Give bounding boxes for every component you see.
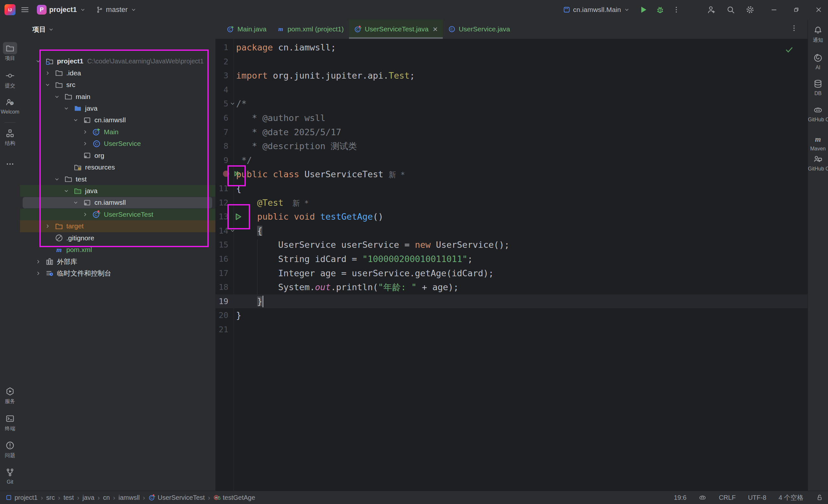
sidebar-item-服务[interactable]: 服务	[0, 385, 20, 405]
chevron-right-icon[interactable]	[82, 129, 92, 135]
breadcrumb-iamwsll[interactable]: iamwsll	[118, 494, 140, 501]
code-line-16[interactable]: 16 String idCard = "100000200010011011";	[215, 252, 808, 266]
code-line-20[interactable]: 20}	[215, 308, 808, 323]
tree-row-外部库[interactable]: 外部库	[20, 256, 215, 267]
code-line-12[interactable]: 12 @Test 新 *	[215, 196, 808, 210]
code-line-13[interactable]: 13 public void testGetAge()	[215, 210, 808, 224]
chevron-right-icon[interactable]	[82, 140, 92, 147]
tree-row-临时文件和控制台[interactable]: 临时文件和控制台	[20, 267, 215, 279]
tree-row-cn.iamwsll[interactable]: cn.iamwsll	[20, 114, 215, 126]
sidebar-item-DB[interactable]: DB	[808, 78, 828, 96]
chevron-right-icon[interactable]	[82, 211, 92, 218]
project-panel-header[interactable]: 项目	[20, 19, 54, 39]
status-4-个空格[interactable]: 4 个空格	[779, 493, 803, 502]
minimize-button[interactable]	[770, 5, 778, 14]
chevron-down-icon[interactable]	[63, 187, 73, 194]
sidebar-item-GitHub-C[interactable]: GitHub C	[808, 153, 828, 172]
chevron-down-icon[interactable]	[54, 93, 64, 100]
code-line-21[interactable]: 21	[215, 323, 808, 337]
search-everywhere-button[interactable]	[726, 5, 736, 14]
breadcrumb-java[interactable]: java	[82, 494, 94, 501]
sidebar-item-Maven[interactable]: mMaven	[808, 133, 828, 152]
breadcrumb-UserServiceTest[interactable]: CUserServiceTest	[149, 494, 205, 501]
sidebar-item-提交[interactable]: 提交	[0, 70, 20, 89]
breakpoint-dot-icon[interactable]	[222, 169, 230, 178]
code-line-17[interactable]: 17 Integer age = userService.getAge(idCa…	[215, 266, 808, 281]
chevron-down-icon[interactable]	[44, 82, 55, 88]
code-with-me-button[interactable]	[706, 5, 716, 14]
main-menu-hamburger-icon[interactable]	[20, 5, 30, 14]
tree-row-java[interactable]: java	[20, 102, 215, 114]
status-lock-open[interactable]	[816, 494, 824, 501]
tree-row-.idea[interactable]: .idea	[20, 67, 215, 79]
tree-row-org[interactable]: org	[20, 150, 215, 161]
code-line-8[interactable]: 8 * @description 测试类	[215, 139, 808, 153]
code-line-15[interactable]: 15 UserService userService = new UserSer…	[215, 238, 808, 252]
code-line-7[interactable]: 7 * @date 2025/5/17	[215, 125, 808, 139]
sidebar-item-Welcom[interactable]: ?Welcom	[0, 96, 20, 115]
code-line-5[interactable]: 5/*	[215, 97, 808, 111]
chevron-down-icon[interactable]	[54, 176, 64, 182]
status-19-6[interactable]: 19:6	[674, 494, 686, 501]
sidebar-item-终端[interactable]: 终端	[0, 413, 20, 432]
code-line-6[interactable]: 6 * @author wsll	[215, 111, 808, 125]
sidebar-item-Git[interactable]: Git	[0, 466, 20, 485]
sidebar-item-结构[interactable]: 结构	[0, 127, 20, 147]
status-UTF-8[interactable]: UTF-8	[748, 494, 767, 501]
tree-row-target[interactable]: target	[20, 220, 215, 232]
fold-down-icon[interactable]	[230, 100, 236, 107]
fold-down-icon[interactable]	[230, 228, 236, 234]
restore-button[interactable]	[792, 6, 800, 13]
run-configuration-selector[interactable]: cn.iamwsll.Main	[563, 6, 630, 13]
tree-row-cn.iamwsll[interactable]: cn.iamwsll	[20, 197, 215, 208]
close-tab-icon[interactable]: ×	[433, 24, 438, 34]
code-line-2[interactable]: 2	[215, 55, 808, 69]
code-line-9[interactable]: 9 */	[215, 153, 808, 168]
chevron-right-icon[interactable]	[35, 258, 45, 265]
breadcrumb-src[interactable]: src	[46, 494, 55, 501]
code-line-1[interactable]: 1package cn.iamwsll;	[215, 40, 808, 55]
more-actions-button[interactable]	[672, 5, 680, 14]
tree-row-main[interactable]: main	[20, 91, 215, 102]
tab-Main.java[interactable]: CMain.java	[221, 19, 272, 39]
tree-row-src[interactable]: src	[20, 79, 215, 91]
sidebar-item-more[interactable]	[0, 158, 20, 170]
settings-button[interactable]	[745, 5, 755, 14]
code-line-19[interactable]: 19 }	[215, 294, 808, 308]
breadcrumb-testGetAge[interactable]: mtestGetAge	[213, 494, 255, 501]
chevron-right-icon[interactable]	[44, 223, 55, 229]
debug-button[interactable]	[655, 5, 665, 14]
code-line-18[interactable]: 18 System.out.println("年龄: " + age);	[215, 280, 808, 294]
run-button[interactable]	[638, 5, 648, 14]
tree-row-UserServiceTest[interactable]: CUserServiceTest	[20, 209, 215, 220]
tree-row-resources[interactable]: resources	[20, 161, 215, 173]
sidebar-item-问题[interactable]: 问题	[0, 439, 20, 459]
chevron-right-icon[interactable]	[44, 70, 55, 76]
code-editor[interactable]: 1package cn.iamwsll;23import org.junit.j…	[215, 39, 808, 491]
code-line-11[interactable]: 11{	[215, 181, 808, 196]
close-button[interactable]	[815, 5, 823, 14]
tab-pom.xml--project1-[interactable]: mpom.xml (project1)	[272, 19, 349, 39]
chevron-right-icon[interactable]	[35, 270, 45, 277]
status-copilot-small[interactable]	[699, 494, 706, 501]
tree-row-Main[interactable]: CMain	[20, 126, 215, 138]
chevron-down-icon[interactable]	[73, 117, 83, 123]
tree-row-UserService[interactable]: CUserService	[20, 138, 215, 150]
tab-UserServiceTest.java[interactable]: CUserServiceTest.java×	[349, 19, 443, 39]
tree-row-test[interactable]: test	[20, 173, 215, 185]
breadcrumb-cn[interactable]: cn	[103, 494, 110, 501]
chevron-down-icon[interactable]	[63, 105, 73, 112]
tab-UserService.java[interactable]: CUserService.java	[443, 19, 515, 39]
sidebar-item-AI[interactable]: AI	[808, 52, 828, 71]
sidebar-item-GitHub-C[interactable]: GitHub C	[808, 104, 828, 123]
status-CRLF[interactable]: CRLF	[719, 494, 736, 501]
tree-row-.gitignore[interactable]: .gitignore	[20, 232, 215, 244]
tab-options-icon[interactable]	[790, 24, 798, 32]
code-line-14[interactable]: 14 {	[215, 224, 808, 238]
code-line-4[interactable]: 4	[215, 83, 808, 97]
project-widget[interactable]: P project1	[34, 3, 89, 16]
breadcrumb-test[interactable]: test	[64, 494, 74, 501]
sidebar-item-通知[interactable]: 通知	[808, 24, 828, 44]
branch-widget[interactable]: master	[93, 4, 139, 15]
chevron-down-icon[interactable]	[35, 58, 45, 65]
